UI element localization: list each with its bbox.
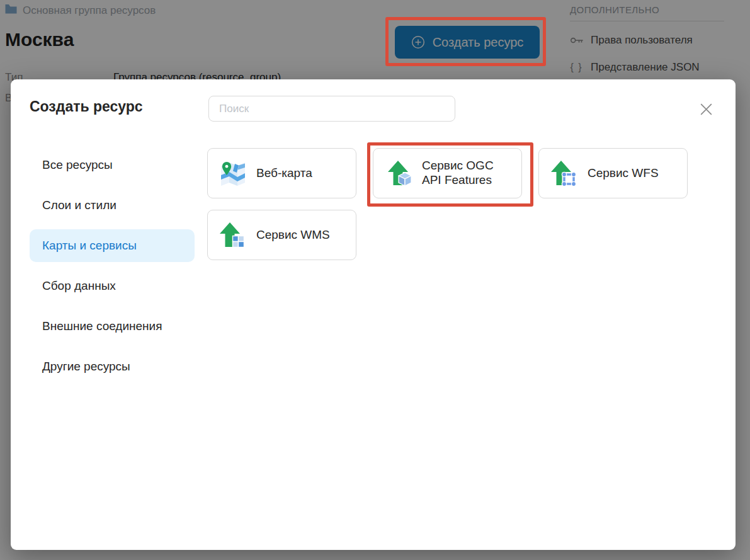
close-icon [698, 101, 714, 117]
web-map-icon [219, 159, 247, 187]
wfs-service-icon [550, 159, 578, 187]
create-resource-dialog: Создать ресурс Все ресурсы Слои и стили … [11, 79, 736, 550]
ogc-api-features-icon [385, 159, 412, 187]
close-button[interactable] [696, 100, 715, 118]
card-wms-service[interactable]: Сервис WMS [207, 210, 356, 260]
dialog-title: Создать ресурс [30, 98, 143, 115]
screen: Основная группа ресурсов Москва Тип Груп… [0, 0, 750, 560]
card-wfs-service[interactable]: Сервис WFS [538, 148, 688, 198]
card-label: Сервис WFS [588, 166, 662, 181]
category-list: Все ресурсы Слои и стили Карты и сервисы… [30, 149, 195, 391]
category-data-collection[interactable]: Сбор данных [30, 270, 195, 302]
search-input[interactable] [208, 96, 455, 122]
card-label: Сервис WMS [256, 228, 334, 243]
resource-card-grid: Веб-карта Сервис OGC API Features [207, 148, 705, 260]
card-label: Веб-карта [256, 166, 316, 181]
category-maps-and-services[interactable]: Карты и сервисы [30, 229, 195, 262]
card-label: Сервис OGC API Features [422, 159, 516, 188]
category-all-resources[interactable]: Все ресурсы [30, 149, 195, 181]
card-web-map[interactable]: Веб-карта [207, 148, 356, 198]
card-ogc-api-features[interactable]: Сервис OGC API Features [373, 148, 522, 198]
wms-service-icon [219, 221, 247, 249]
category-layers-and-styles[interactable]: Слои и стили [30, 189, 195, 222]
category-other-resources[interactable]: Другие ресурсы [30, 350, 195, 383]
category-external-connections[interactable]: Внешние соединения [30, 310, 195, 343]
